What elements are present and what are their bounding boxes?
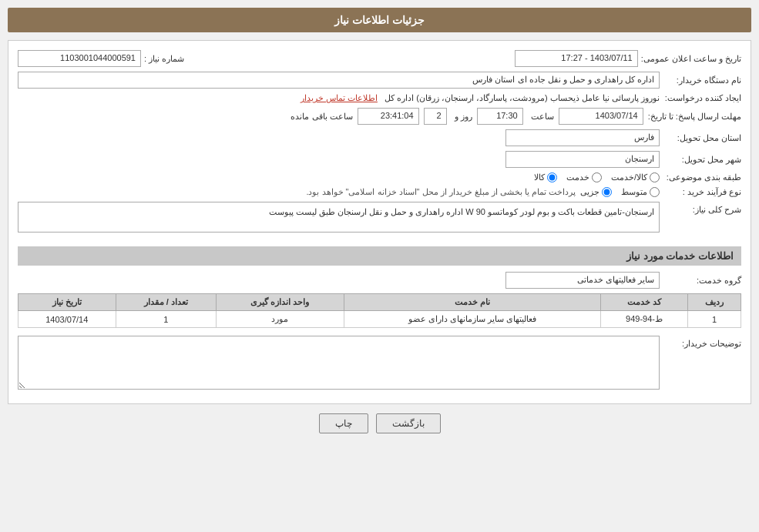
requester-org-label: نام دستگاه خریدار: [664,75,741,85]
need-number-label: شماره نیاز : [144,54,184,64]
col-row: ردیف [688,294,741,311]
time-label: ساعت [531,112,554,122]
remaining-time: 23:41:04 [358,108,419,125]
services-table: ردیف کد خدمت نام خدمت واحد اندازه گیری ت… [18,293,741,328]
need-number-value: 1103001044000591 [18,50,141,67]
button-row: بازگشت چاپ [8,413,751,433]
requester-org-value: اداره کل راهداری و حمل و نقل جاده ای است… [18,72,660,89]
category-radio-kala[interactable] [547,172,557,182]
purchase-type-partial[interactable]: جزیی [580,187,612,197]
creator-label: ایجاد کننده درخواست: [664,93,741,103]
col-code: کد خدمت [600,294,687,311]
province-label: استان محل تحویل: [664,133,741,143]
category-radio-group: کالا/خدمت خدمت کالا [534,172,660,182]
days-label: روز و [455,112,472,122]
announcement-label: تاریخ و ساعت اعلان عمومی: [641,54,741,64]
remaining-label: ساعت باقی مانده [291,112,352,122]
service-group-label: گروه خدمت: [664,276,741,286]
cell-name: فعالیتهای سایر سازمانهای دارای عضو [344,311,600,328]
days-value: 2 [424,108,447,125]
city-label: شهر محل تحویل: [664,155,741,165]
page-title: جزئیات اطلاعات نیاز [334,14,425,26]
deadline-time: 17:30 [477,108,523,125]
col-qty: تعداد / مقدار [116,294,216,311]
cell-unit: مورد [217,311,344,328]
print-button[interactable]: چاپ [319,413,368,433]
col-date: تاریخ نیاز [18,294,116,311]
category-option-kala[interactable]: کالا [534,172,557,182]
buyer-notes-textarea[interactable] [18,336,660,390]
description-value: ارسنجان-تامین قطعات باکت و بوم لودر کوما… [18,202,660,233]
page-header: جزئیات اطلاعات نیاز [8,8,751,32]
back-button[interactable]: بازگشت [376,413,441,433]
deadline-label: مهلت ارسال پاسخ: تا تاریخ: [648,112,741,122]
cell-quantity: 1 [116,311,216,328]
service-group-value: سایر فعالیتهای خدماتی [505,272,660,289]
category-label: طبقه بندی موضوعی: [664,172,741,182]
purchase-radio-partial[interactable] [602,187,612,197]
category-radio-khedmat[interactable] [592,172,602,182]
announcement-value: 1403/07/11 - 17:27 [515,50,638,67]
services-section-title: اطلاعات خدمات مورد نیاز [18,246,741,266]
buyer-notes-label: توضیحات خریدار: [664,339,741,349]
province-value: فارس [505,129,660,146]
creator-value: نوروز پارسائی نیا عامل ذیحساب (مرودشت، پ… [18,93,660,103]
cell-row: 1 [688,311,741,328]
deadline-date: 1403/07/14 [559,108,643,125]
cell-date: 1403/07/14 [18,311,116,328]
col-unit: واحد اندازه گیری [217,294,344,311]
category-radio-kala-khedmat[interactable] [650,172,660,182]
category-option-kala-khedmat[interactable]: کالا/خدمت [611,172,660,182]
purchase-type-label: نوع فرآیند خرید : [664,187,741,197]
cell-code: ط-94-949 [600,311,687,328]
col-name: نام خدمت [344,294,600,311]
purchase-note: پرداخت تمام یا بخشی از مبلغ خریدار از مح… [18,187,576,197]
table-row: 1ط-94-949فعالیتهای سایر سازمانهای دارای … [18,311,741,328]
purchase-radio-medium[interactable] [650,187,660,197]
purchase-type-radio-group: متوسط جزیی [580,187,660,197]
purchase-type-medium[interactable]: متوسط [621,187,660,197]
description-label: شرح کلی نیاز: [664,205,741,215]
category-option-khedmat[interactable]: خدمت [566,172,602,182]
city-value: ارسنجان [505,151,660,168]
creator-contact-link[interactable]: اطلاعات تماس خریدار [301,93,378,102]
